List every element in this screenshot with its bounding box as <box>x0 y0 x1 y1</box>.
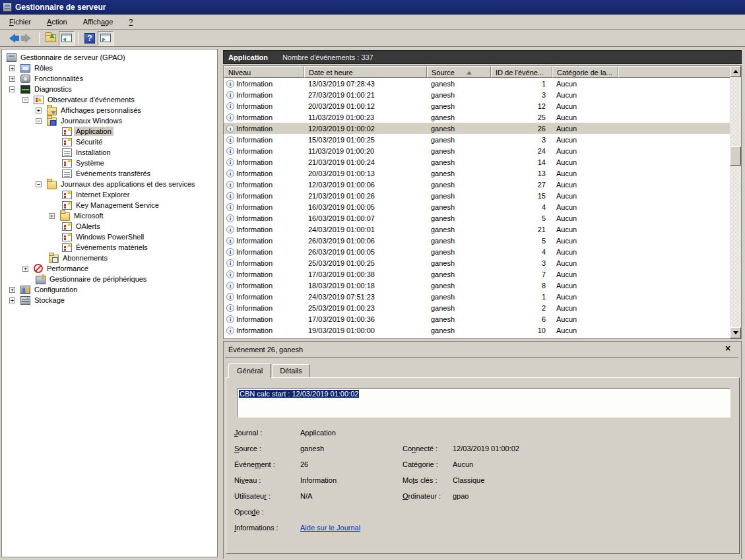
expand-toggle[interactable]: + <box>36 108 42 113</box>
level-text: Information <box>236 170 273 177</box>
event-row[interactable]: iInformation26/03/2019 01:00:06ganesh5Au… <box>224 235 730 246</box>
tree-item[interactable]: +Affichages personnalisés <box>36 105 143 115</box>
close-icon[interactable]: × <box>723 344 733 354</box>
event-row[interactable]: iInformation24/03/2019 07:51:23ganesh1Au… <box>224 291 730 302</box>
event-row[interactable]: iInformation21/03/2019 01:00:26ganesh15A… <box>224 190 730 201</box>
expand-toggle[interactable]: + <box>49 213 55 219</box>
event-row[interactable]: iInformation24/03/2019 01:00:01ganesh21A… <box>224 224 730 235</box>
field-value: 12/03/2019 01:00:02 <box>453 445 519 452</box>
tree-item[interactable]: +Performance <box>22 263 90 274</box>
event-row[interactable]: iInformation13/03/2019 07:28:43ganesh1Au… <box>224 78 730 89</box>
tree-item-label: Internet Explorer <box>74 190 131 199</box>
tree-item[interactable]: Sécurité <box>60 137 104 147</box>
event-row[interactable]: iInformation18/03/2019 01:00:18ganesh8Au… <box>224 280 730 291</box>
tree-item[interactable]: Système <box>60 158 106 168</box>
cell-category: Aucun <box>552 181 618 189</box>
help-button[interactable]: ? <box>82 31 98 46</box>
tree-item-label: Microsoft <box>72 211 106 220</box>
tree-item[interactable]: Événements matériels <box>60 242 150 253</box>
cell-date: 17/03/2019 01:00:38 <box>304 270 427 278</box>
event-row[interactable]: iInformation25/03/2019 01:00:25ganesh3Au… <box>224 257 730 268</box>
cell-event-id: 2 <box>491 304 552 312</box>
event-row[interactable]: iInformation25/03/2019 01:00:23ganesh2Au… <box>224 302 730 313</box>
event-row[interactable]: iInformation26/03/2019 01:00:05ganesh4Au… <box>224 246 730 257</box>
event-row[interactable]: iInformation15/03/2019 01:00:25ganesh3Au… <box>224 134 730 145</box>
field-value: Aucun <box>453 460 473 468</box>
event-row[interactable]: iInformation17/03/2019 01:00:38ganesh7Au… <box>224 268 730 280</box>
tree-item[interactable]: +Configuration <box>9 284 79 295</box>
event-row[interactable]: iInformation21/03/2019 01:00:24ganesh14A… <box>224 156 730 168</box>
tree-item[interactable]: Abonnements <box>47 253 110 263</box>
event-row[interactable]: iInformation20/03/2019 01:00:12ganesh12A… <box>224 100 730 111</box>
up-one-level-button[interactable] <box>43 31 59 46</box>
tree-item[interactable]: Gestionnaire de serveur (GPAO) <box>5 52 127 63</box>
expand-toggle[interactable]: + <box>9 287 15 293</box>
event-row[interactable]: iInformation12/03/2019 01:00:06ganesh27A… <box>224 179 730 190</box>
event-row[interactable]: iInformation27/03/2019 01:00:21ganesh3Au… <box>224 89 730 100</box>
tree-item[interactable]: −Observateur d'événements <box>22 94 137 105</box>
column-header-level[interactable]: Niveau <box>224 66 304 78</box>
menu-item-?[interactable]: ? <box>123 16 139 28</box>
event-row[interactable]: iInformation17/03/2019 01:00:36ganesh6Au… <box>224 313 730 325</box>
expand-toggle[interactable]: + <box>9 297 15 303</box>
tree-item[interactable]: −Journaux des applications et des servic… <box>36 179 197 189</box>
event-row[interactable]: iInformation16/03/2019 01:00:07ganesh5Au… <box>224 212 730 224</box>
column-header-source[interactable]: Source <box>427 66 491 78</box>
back-button[interactable] <box>4 31 20 46</box>
tree-item[interactable]: Windows PowerShell <box>60 232 146 242</box>
event-row[interactable]: iInformation16/03/2019 01:00:05ganesh4Au… <box>224 201 730 212</box>
event-row[interactable]: iInformation19/03/2019 01:00:00ganesh10A… <box>224 325 730 336</box>
cell-level: iInformation <box>224 181 304 189</box>
forward-button[interactable] <box>20 31 36 46</box>
tab-general[interactable]: Général <box>228 363 271 378</box>
cell-event-id: 12 <box>491 102 552 110</box>
tree-item-label: Diagnostics <box>32 84 74 94</box>
scroll-up-button[interactable] <box>730 66 741 77</box>
tree-item[interactable]: +Rôles <box>9 63 55 73</box>
column-header-id[interactable]: ID de l'événe... <box>491 66 552 78</box>
event-row[interactable]: iInformation11/03/2019 01:00:23ganesh25A… <box>224 111 730 123</box>
scrollbar-thumb[interactable] <box>730 146 741 166</box>
vertical-scrollbar[interactable] <box>730 66 741 338</box>
cell-event-id: 27 <box>491 181 552 189</box>
column-header-category[interactable]: Catégorie de la... <box>552 66 618 78</box>
tab-details[interactable]: Détails <box>273 364 309 377</box>
tree-item[interactable]: Installation <box>60 147 113 158</box>
show-hide-action-pane-button[interactable] <box>98 31 113 46</box>
event-row[interactable]: iInformation12/03/2019 01:00:02ganesh26A… <box>224 123 730 134</box>
show-hide-console-tree-icon <box>61 34 72 42</box>
tree-item[interactable]: −Journaux Windows <box>36 115 124 126</box>
show-hide-console-tree-button[interactable] <box>59 31 75 46</box>
event-description-text: CBN calc start : 12/03/2019 01:00:02 <box>239 390 359 398</box>
expand-toggle[interactable]: + <box>22 266 28 272</box>
cell-category: Aucun <box>552 113 618 121</box>
tree-item[interactable]: +Fonctionnalités <box>9 73 85 84</box>
menu-item-action[interactable]: Action <box>42 16 74 28</box>
log-help-link[interactable]: Aide sur le Journal <box>300 524 360 532</box>
expand-toggle[interactable]: − <box>9 86 15 92</box>
tree-item[interactable]: −Diagnostics <box>9 84 74 94</box>
expand-toggle[interactable]: − <box>22 97 28 103</box>
expand-toggle[interactable]: + <box>9 65 15 71</box>
expand-toggle[interactable]: + <box>9 76 15 82</box>
menu-item-fichier[interactable]: Fichier <box>4 16 38 28</box>
event-row[interactable]: iInformation20/03/2019 01:00:13ganesh13A… <box>224 168 730 179</box>
tree-item[interactable]: Key Management Service <box>60 200 161 210</box>
tree-item[interactable]: +Stockage <box>9 295 67 305</box>
field-label: Source : <box>234 445 261 452</box>
menu-item-affichage[interactable]: Affichage <box>78 16 120 28</box>
tree-item[interactable]: +Microsoft <box>49 210 106 221</box>
log-name: Application <box>228 53 268 61</box>
tree-item[interactable]: OAlerts <box>60 221 102 232</box>
expand-toggle[interactable]: − <box>36 181 42 187</box>
tree-item[interactable]: Application <box>60 126 113 137</box>
tree-item[interactable]: Événements transférés <box>60 168 152 179</box>
scroll-down-button[interactable] <box>730 327 741 338</box>
event-count: Nombre d'événements : 337 <box>282 53 373 61</box>
tree-item[interactable]: Internet Explorer <box>60 189 131 200</box>
expand-toggle[interactable]: − <box>36 118 42 124</box>
event-description-box[interactable]: CBN calc start : 12/03/2019 01:00:02 <box>237 389 730 418</box>
column-header-date[interactable]: Date et heure <box>304 66 427 78</box>
tree-item[interactable]: Gestionnaire de périphériques <box>34 274 148 284</box>
event-row[interactable]: iInformation11/03/2019 01:00:20ganesh24A… <box>224 145 730 156</box>
